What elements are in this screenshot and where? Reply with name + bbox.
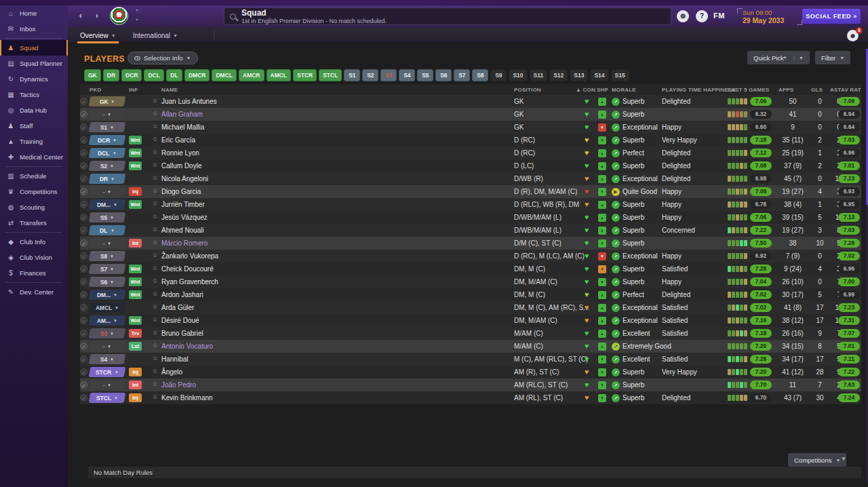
info-badge-int[interactable]: Int: [129, 381, 142, 389]
player-name[interactable]: Antonio Vocaturo: [161, 343, 213, 350]
row-checkbox[interactable]: ✓: [80, 136, 87, 144]
picked-position-dropdown[interactable]: DCL▼: [90, 148, 125, 158]
player-row-nicola-angeloni[interactable]: ✓DR▼☺Nicola AngeloniD/WB (R)♥▲↗Exception…: [80, 172, 861, 185]
picked-position-dropdown[interactable]: S2▼: [90, 161, 125, 171]
row-checkbox[interactable]: ✓: [80, 239, 87, 247]
column-header-shp[interactable]: SHP: [597, 87, 608, 93]
row-checkbox[interactable]: ✓: [80, 343, 87, 350]
column-header-l5[interactable]: LAST 5 GAMES: [728, 87, 770, 93]
player-row-diogo-garcia[interactable]: ✓-▼Inj☺Diogo GarciaD (R), DM, M/AM (C)♥▼…: [80, 185, 861, 198]
info-badge-wnt[interactable]: Wnt: [129, 277, 142, 286]
sidebar-item-squad-planner[interactable]: ▤Squad Planner: [0, 56, 68, 71]
player-name[interactable]: João Pedro: [161, 381, 196, 389]
player-name[interactable]: Žankarlo Vukorepa: [161, 252, 218, 260]
column-header-pos[interactable]: POSITION: [514, 87, 541, 93]
info-badge-wnt[interactable]: Wnt: [129, 290, 142, 299]
selection-info-dropdown[interactable]: Selection Info ▼: [127, 52, 198, 64]
player-name[interactable]: Bruno Gabriel: [161, 330, 203, 337]
row-checkbox[interactable]: ✓: [80, 394, 87, 402]
picked-position-dropdown[interactable]: DM...▼: [90, 290, 125, 300]
game-date[interactable]: Sun 08:00 29 May 2033: [736, 8, 797, 25]
player-row-cheick-doucour[interactable]: ✓S7▼Wnt☺Cheick DoucouréDM, M (C)♥▼↗Super…: [80, 262, 861, 275]
sidebar-item-schedule[interactable]: ▥Schedule: [0, 168, 68, 184]
position-chip-amcl[interactable]: AMCL: [267, 69, 292, 81]
tab-overview[interactable]: Overview▼: [77, 27, 119, 43]
column-header-con[interactable]: ▲ CON: [576, 87, 595, 93]
sidebar-item-medical-center[interactable]: ✚Medical Center: [0, 149, 68, 165]
player-row-antonio-vocaturo[interactable]: ✓-▼Lst☺Antonio VocaturoM/AM (C)♥∧↗Extrem…: [80, 340, 861, 353]
column-header-pkd[interactable]: PKD: [90, 87, 102, 93]
position-chip-dl[interactable]: DL: [166, 69, 182, 81]
player-name[interactable]: Ardon Jashari: [161, 291, 203, 298]
player-name[interactable]: Márcio Romero: [161, 239, 208, 247]
club-crest[interactable]: [110, 7, 128, 25]
picked-position-dropdown[interactable]: S1▼: [90, 122, 125, 132]
player-name[interactable]: Eric García: [161, 136, 195, 144]
row-checkbox[interactable]: ✓: [80, 162, 87, 170]
player-row-ahmed-nouali[interactable]: ✓DL▼☺Ahmed NoualiD/WB/M/AM (L)♥∧↗SuperbC…: [80, 224, 861, 237]
position-chip-s14[interactable]: S14: [590, 69, 608, 81]
row-checkbox[interactable]: ✓: [80, 330, 87, 337]
player-row-jo-o-pedro[interactable]: ✓-▼Int☺João PedroAM (RLC), ST (C)♥▼↗Supe…: [80, 378, 861, 391]
picked-position-dropdown[interactable]: DCR▼: [90, 135, 125, 145]
position-chip-s5[interactable]: S5: [417, 69, 433, 81]
row-checkbox[interactable]: ✓: [80, 214, 87, 221]
position-chip-s9[interactable]: S9: [490, 69, 507, 81]
info-badge-wnt[interactable]: Wnt: [129, 161, 142, 170]
position-chip-s2[interactable]: S2: [362, 69, 378, 81]
row-checkbox[interactable]: ✓: [80, 149, 87, 157]
column-header-inf[interactable]: INF: [129, 87, 138, 93]
position-chip-s4[interactable]: S4: [399, 69, 415, 81]
player-row-arda-g-ler[interactable]: ✓AMCL▼☺Arda GülerDM, M (C), AM (RC), S..…: [80, 301, 861, 314]
competitions-dropdown[interactable]: Competitions ▼: [788, 453, 846, 467]
sidebar-item-inbox[interactable]: ✉Inbox: [0, 21, 68, 37]
position-chip-s15[interactable]: S15: [611, 69, 629, 81]
info-badge-int[interactable]: Int: [129, 239, 142, 248]
position-chip-stcl[interactable]: STCL: [319, 69, 342, 81]
sidebar-item-staff[interactable]: ♟Staff: [0, 118, 68, 134]
row-checkbox[interactable]: ✓: [80, 188, 87, 195]
column-header-ast[interactable]: AST: [830, 87, 842, 93]
player-row-kevin-brinkmann[interactable]: ✓STCL▼Inj☺Kevin BrinkmannAM (RL), ST (C)…: [80, 391, 861, 404]
sidebar-item-data-hub[interactable]: ◎Data Hub: [0, 102, 68, 118]
player-name[interactable]: Callum Doyle: [161, 162, 201, 170]
player-row-ronnie-lyon[interactable]: ✓DCL▼Wnt☺Ronnie LyonD (RC)♥▲↗PerfectDeli…: [80, 147, 861, 159]
position-chip-s1[interactable]: S1: [344, 69, 360, 81]
sidebar-item-club-vision[interactable]: ◈Club Vision: [0, 250, 68, 265]
column-header-morale[interactable]: MORALE: [612, 87, 636, 93]
row-checkbox[interactable]: ✓: [80, 291, 87, 298]
picked-position-dropdown[interactable]: -▼: [90, 187, 125, 197]
position-chip-s11[interactable]: S11: [530, 69, 548, 81]
player-row-d-sir-dou[interactable]: ✓AM...▼Wnt☺Désiré DouéDM, M/AM (C)♥▲↗Exc…: [80, 314, 861, 327]
position-chip-s10[interactable]: S10: [509, 69, 527, 81]
nav-forward-button[interactable]: ›: [91, 9, 103, 22]
sidebar-item-training[interactable]: ▲Training: [0, 134, 68, 149]
picked-position-dropdown[interactable]: -▼: [90, 380, 125, 390]
row-checkbox[interactable]: ✓: [80, 252, 87, 260]
player-name[interactable]: Michael Mallia: [161, 123, 204, 131]
position-chip-s8[interactable]: S8: [472, 69, 488, 81]
player-name[interactable]: Jesús Vázquez: [161, 214, 208, 221]
column-header-avr[interactable]: AV RAT: [841, 87, 861, 93]
player-name[interactable]: Allan Graham: [161, 111, 203, 118]
sidebar-item-transfers[interactable]: ⇄Transfers: [0, 215, 68, 231]
social-feed-button[interactable]: SOCIAL FEED »: [802, 9, 861, 24]
sidebar-item-squad[interactable]: ♟Squad: [0, 40, 68, 56]
player-name[interactable]: Désiré Doué: [161, 317, 199, 324]
info-badge-inj[interactable]: Inj: [129, 187, 142, 196]
row-checkbox[interactable]: ✓: [80, 123, 87, 131]
help-icon[interactable]: ?: [696, 10, 708, 22]
position-chip-s6[interactable]: S6: [435, 69, 452, 81]
column-header-name[interactable]: NAME: [161, 87, 178, 93]
row-checkbox[interactable]: ✓: [80, 304, 87, 311]
player-row-ryan-gravenberch[interactable]: ✓S6▼Wnt☺Ryan GravenberchDM, M/AM (C)♥▼↗S…: [80, 275, 861, 288]
position-chip-s12[interactable]: S12: [549, 69, 568, 81]
row-checkbox[interactable]: ✓: [80, 368, 87, 376]
picked-position-dropdown[interactable]: STCL▼: [90, 393, 125, 403]
picked-position-dropdown[interactable]: GK▼: [90, 96, 125, 106]
row-checkbox[interactable]: ✓: [80, 317, 87, 324]
position-chip-amcr[interactable]: AMCR: [239, 69, 264, 81]
player-name[interactable]: Diogo Garcia: [161, 188, 201, 195]
info-badge-wnt[interactable]: Wnt: [129, 149, 142, 157]
search-box[interactable]: Squad 1st in English Premier Division - …: [224, 7, 671, 25]
